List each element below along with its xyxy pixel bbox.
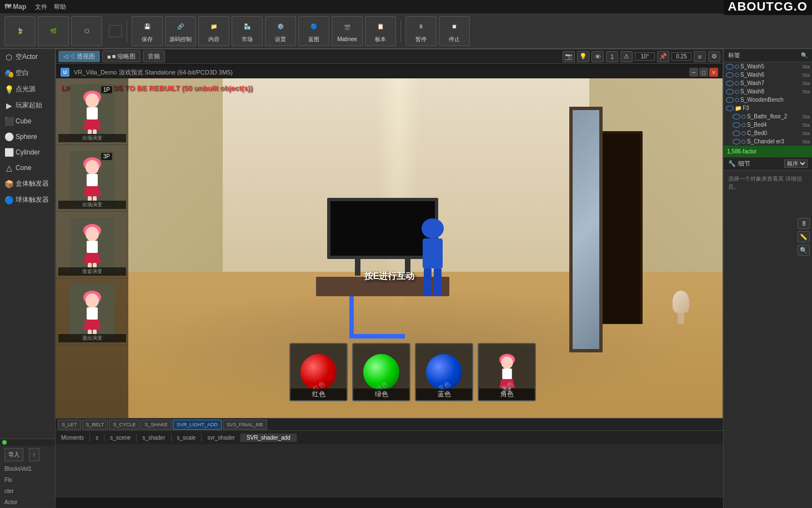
vp-ctrl-snap[interactable]: 📌 bbox=[657, 51, 669, 62]
sidebar-item-box-trigger[interactable]: 📦 盒体触发器 bbox=[0, 176, 55, 192]
game-maximize-btn[interactable]: □ bbox=[699, 68, 708, 77]
eye-icon-swash6[interactable] bbox=[726, 72, 734, 78]
rs-item-woodenbench[interactable]: ⬡ S_WoodenBench bbox=[724, 96, 812, 104]
rs-item-sbed4[interactable]: ⬡ S_Bed4 Sta bbox=[724, 121, 812, 129]
rs-item-schandelier[interactable]: ⬡ S_Chandel er3 Sta bbox=[724, 137, 812, 146]
eye-icon-schandelier[interactable] bbox=[733, 139, 740, 145]
vp-ctrl-1[interactable]: 1 bbox=[606, 51, 618, 62]
strip-item-2[interactable]: S_BELT bbox=[82, 420, 108, 430]
vp-ctrl-show[interactable]: 👁 bbox=[592, 51, 604, 62]
toolbar-search-input[interactable] bbox=[109, 25, 122, 37]
import-button[interactable]: 导入 bbox=[4, 448, 23, 461]
strip-item-4[interactable]: S_SHAKE bbox=[141, 420, 172, 430]
viewport-tab-bar: ◁ ◁ 透视图 ■ ■ 缩略图 音频 📷 💡 👁 1 ⚠ 📌 ≡ ⚙ bbox=[56, 49, 723, 64]
inv-item-char[interactable]: 角色 角色 bbox=[478, 343, 536, 401]
blueprint-button[interactable]: 🔵 蓝图 bbox=[298, 16, 329, 46]
strip-item-1[interactable]: S_LET bbox=[58, 420, 81, 430]
player-start-icon: ▶ bbox=[4, 101, 13, 110]
eye-icon-swash7[interactable] bbox=[726, 81, 734, 86]
export-button[interactable]: ↑ bbox=[29, 448, 39, 461]
version-button[interactable]: 📋 板本 bbox=[365, 16, 396, 46]
settings-button[interactable]: ⚙️ 设置 bbox=[265, 16, 296, 46]
rs-right-btn-3[interactable]: 🔍 bbox=[798, 245, 810, 256]
game-minimize-btn[interactable]: ─ bbox=[689, 68, 698, 77]
eye-icon-woodenbench[interactable] bbox=[726, 97, 734, 103]
bottom-tab-s[interactable]: s bbox=[90, 434, 104, 442]
vp-ctrl-layers[interactable]: ≡ bbox=[694, 51, 706, 62]
sidebar-item-blank[interactable]: 🎭 空白 bbox=[0, 65, 55, 81]
char-thumb-3 bbox=[70, 217, 114, 273]
eye-icon-cbed0[interactable] bbox=[733, 131, 740, 136]
vp-ctrl-warn[interactable]: ⚠ bbox=[620, 51, 633, 62]
eye-icon-sbed4[interactable] bbox=[733, 122, 740, 128]
matinee-button[interactable]: 🎬 Matinee bbox=[332, 16, 363, 46]
sidebar-item-cone[interactable]: △ Cone bbox=[0, 160, 55, 176]
svg-rect-5 bbox=[93, 130, 97, 134]
char-label-1: 出场演变 bbox=[58, 134, 126, 142]
svg-marker-15 bbox=[83, 253, 101, 263]
rs-details-select[interactable]: 顺序 bbox=[784, 160, 808, 168]
bottom-tab-sshader[interactable]: s_shader bbox=[137, 434, 171, 442]
rs-item-swash6[interactable]: ⬡ S_Wash6 Sta bbox=[724, 71, 812, 79]
char-select-item-1[interactable]: 1P 出场演变 bbox=[56, 78, 128, 145]
toolbar-btn-move[interactable]: ⬡ bbox=[71, 16, 102, 46]
vp-ctrl-settings[interactable]: ⚙ bbox=[708, 51, 720, 62]
rs-search-icon[interactable]: 🔍 bbox=[801, 52, 808, 58]
rs-item-swash5[interactable]: ⬡ S_Wash5 Sta bbox=[724, 62, 812, 71]
rs-item-f3[interactable]: 📁 F3 bbox=[724, 104, 812, 112]
sidebar-item-sphere[interactable]: ⚪ Sphere bbox=[0, 129, 55, 145]
bottom-tab-sscene[interactable]: s_scene bbox=[104, 434, 137, 442]
strip-item-5[interactable]: SVR_LIGHT_ADD bbox=[173, 420, 222, 430]
sidebar-item-cylinder[interactable]: ⬜ Cylinder bbox=[0, 145, 55, 160]
eye-icon-swash5[interactable] bbox=[726, 64, 734, 69]
status-badge-green bbox=[2, 440, 7, 445]
eye-icon-swash8[interactable] bbox=[726, 89, 734, 94]
pause-button[interactable]: ⏸ 暂停 bbox=[405, 16, 437, 46]
rs-item-bathrfloor[interactable]: ⬡ S_Bathr_floor_2 Sta bbox=[724, 112, 812, 121]
sidebar-item-point-light[interactable]: 💡 点光源 bbox=[0, 81, 55, 97]
sidebar-item-cube[interactable]: ⬛ Cube bbox=[0, 113, 55, 129]
rs-details-panel: 选择一个对象来查看其 详细信息。 bbox=[724, 171, 812, 195]
char-select-item-2[interactable]: 3P 出场演变 bbox=[56, 145, 128, 212]
bottom-tab-moments[interactable]: Moments bbox=[56, 434, 90, 442]
bottom-tab-highlighted[interactable]: SVR_shader_add bbox=[241, 434, 297, 442]
market-button[interactable]: 🏪 市场 bbox=[232, 16, 263, 46]
right-sidebar: 标签 🔍 ⬡ S_Wash5 Sta ⬡ S_Wash6 Sta ⬡ S_Was… bbox=[723, 49, 812, 508]
sidebar-item-actor[interactable]: ⬡ 空Actor bbox=[0, 49, 55, 65]
inv-item-green[interactable]: 绿色 绿色 bbox=[352, 343, 410, 401]
vp-ctrl-cam[interactable]: 📷 bbox=[563, 51, 575, 62]
eye-icon-bathrfloor[interactable] bbox=[733, 114, 740, 119]
viewport-tab-perspective[interactable]: ◁ ◁ 透视图 bbox=[58, 51, 100, 62]
bottom-tab-svrshader[interactable]: svr_shader bbox=[202, 434, 240, 442]
mesh-icon-swash8: ⬡ bbox=[735, 89, 739, 94]
snap-input[interactable] bbox=[671, 52, 691, 61]
eye-icon-f3[interactable] bbox=[726, 106, 734, 111]
toolbar-btn-leaf2[interactable]: 🌿 bbox=[38, 16, 69, 46]
viewport-tab-audio[interactable]: 音频 bbox=[143, 51, 165, 62]
bottom-tab-sscale[interactable]: s_scale bbox=[172, 434, 202, 442]
rs-item-swash7[interactable]: ⬡ S_Wash7 Sta bbox=[724, 79, 812, 87]
rs-item-swash8[interactable]: ⬡ S_Wash8 Sta bbox=[724, 87, 812, 96]
grid-input[interactable] bbox=[635, 52, 655, 61]
char-select-item-4[interactable]: 退出演变 bbox=[56, 278, 128, 345]
source-control-button[interactable]: 🔗 源码控制 bbox=[165, 16, 196, 46]
sidebar-item-player-start[interactable]: ▶ 玩家起始 bbox=[0, 97, 55, 113]
viewport-tab-thumbnail[interactable]: ■ ■ 缩略图 bbox=[102, 51, 141, 62]
menu-file[interactable]: 文件 bbox=[35, 3, 47, 11]
menu-help[interactable]: 帮助 bbox=[54, 3, 66, 11]
rs-right-btn-2[interactable]: 📏 bbox=[798, 231, 810, 242]
strip-item-3[interactable]: S_CYCLE bbox=[109, 420, 139, 430]
inv-item-blue[interactable]: 蓝色 蓝色 bbox=[415, 343, 473, 401]
vp-ctrl-lit[interactable]: 💡 bbox=[577, 51, 589, 62]
sidebar-item-sphere-trigger[interactable]: 🔵 球体触发器 bbox=[0, 192, 55, 208]
inv-item-red[interactable]: 红色 红色 bbox=[289, 343, 348, 401]
strip-item-6[interactable]: SV3_FINAL_ME bbox=[223, 420, 267, 430]
rs-item-cbed0[interactable]: ⬡ C_Bed0 Sta bbox=[724, 129, 812, 137]
game-close-btn[interactable]: ✕ bbox=[709, 68, 718, 77]
toolbar-btn-leaf1[interactable]: 🍃 bbox=[4, 16, 36, 46]
rs-right-btn-1[interactable]: 🎚 bbox=[798, 218, 810, 229]
content-button[interactable]: 📁 内容 bbox=[198, 16, 229, 46]
stop-button[interactable]: ⏹ 停止 bbox=[439, 16, 470, 46]
char-select-item-3[interactable]: 坐姿演变 bbox=[56, 212, 128, 278]
save-button[interactable]: 💾 保存 bbox=[132, 16, 163, 46]
